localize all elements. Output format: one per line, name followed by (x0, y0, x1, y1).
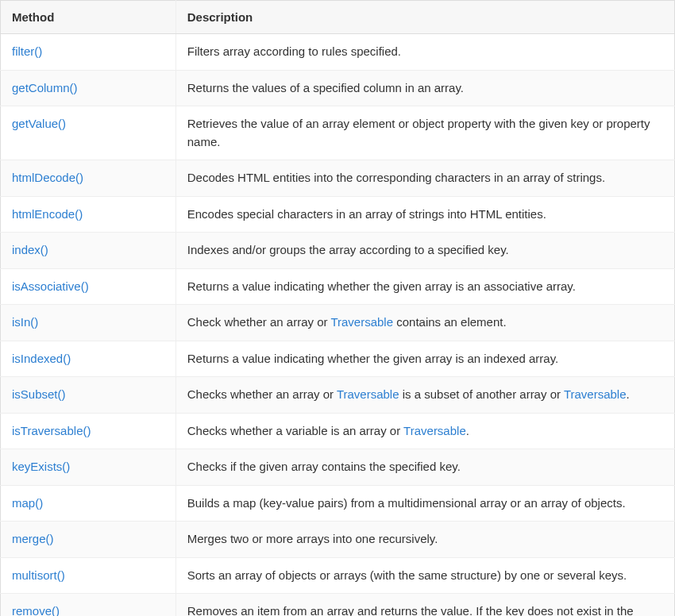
method-cell: isAssociative() (1, 268, 176, 305)
description-cell: Builds a map (key-value pairs) from a mu… (176, 485, 674, 522)
table-row: isIn()Check whether an array or Traversa… (1, 305, 675, 341)
description-text: Indexes and/or groups the array accordin… (187, 243, 509, 256)
method-link[interactable]: merge() (12, 532, 54, 545)
method-cell: getColumn() (1, 70, 176, 106)
method-link[interactable]: getValue() (12, 117, 66, 130)
description-cell: Removes an item from an array and return… (176, 594, 674, 617)
method-link[interactable]: index() (12, 243, 48, 256)
method-link[interactable]: isSubset() (12, 387, 66, 401)
method-link[interactable]: isIndexed() (12, 352, 71, 365)
description-cell: Decodes HTML entities into the correspon… (176, 160, 674, 197)
table-row: getColumn()Returns the values of a speci… (1, 70, 675, 106)
description-cell: Indexes and/or groups the array accordin… (176, 233, 674, 269)
method-cell: keyExists() (1, 449, 176, 486)
description-text: Returns the values of a specified column… (187, 81, 464, 94)
description-text: Encodes special characters in an array o… (187, 207, 546, 221)
method-cell: map() (1, 485, 176, 522)
description-cell: Returns a value indicating whether the g… (176, 341, 674, 377)
description-cell: Filters array according to rules specifi… (176, 34, 674, 71)
method-link[interactable]: filter() (12, 44, 42, 58)
description-text: Checks whether a variable is an array or (187, 424, 403, 437)
method-link[interactable]: htmlDecode() (12, 171, 83, 184)
method-link[interactable]: htmlEncode() (12, 207, 83, 221)
description-cell: Sorts an array of objects or arrays (wit… (176, 557, 674, 594)
description-text: Builds a map (key-value pairs) from a mu… (187, 496, 626, 510)
method-cell: isIn() (1, 305, 176, 341)
method-cell: htmlEncode() (1, 196, 176, 233)
description-text: Returns a value indicating whether the g… (187, 352, 558, 365)
description-text: Sorts an array of objects or arrays (wit… (187, 568, 627, 582)
method-cell: remove() (1, 594, 176, 617)
table-row: htmlEncode()Encodes special characters i… (1, 196, 675, 233)
method-link[interactable]: multisort() (12, 568, 65, 582)
traversable-link[interactable]: Traversable (403, 424, 466, 437)
table-row: isSubset()Checks whether an array or Tra… (1, 377, 675, 414)
description-text: Returns a value indicating whether the g… (187, 279, 576, 293)
method-link[interactable]: keyExists() (12, 460, 70, 473)
description-cell: Merges two or more arrays into one recur… (176, 522, 674, 558)
traversable-link[interactable]: Traversable (564, 387, 627, 401)
method-cell: getValue() (1, 106, 176, 160)
description-cell: Checks if the given array contains the s… (176, 449, 674, 486)
method-cell: index() (1, 233, 176, 269)
description-text: Checks whether an array or (187, 387, 337, 401)
table-row: getValue()Retrieves the value of an arra… (1, 106, 675, 160)
table-row: keyExists()Checks if the given array con… (1, 449, 675, 486)
table-row: htmlDecode()Decodes HTML entities into t… (1, 160, 675, 197)
table-body: filter()Filters array according to rules… (1, 34, 675, 617)
table-row: isIndexed()Returns a value indicating wh… (1, 341, 675, 377)
method-cell: isSubset() (1, 377, 176, 414)
method-cell: htmlDecode() (1, 160, 176, 197)
method-link[interactable]: isAssociative() (12, 279, 89, 293)
description-cell: Check whether an array or Traversable co… (176, 305, 674, 341)
description-text: Decodes HTML entities into the correspon… (187, 171, 605, 184)
method-cell: multisort() (1, 557, 176, 594)
method-cell: isTraversable() (1, 413, 176, 449)
table-row: merge()Merges two or more arrays into on… (1, 522, 675, 558)
description-text: . (627, 387, 630, 401)
header-description: Description (176, 1, 674, 34)
traversable-link[interactable]: Traversable (337, 387, 399, 401)
method-link[interactable]: isTraversable() (12, 424, 91, 437)
methods-table: Method Description filter()Filters array… (0, 0, 675, 616)
description-cell: Encodes special characters in an array o… (176, 196, 674, 233)
traversable-link[interactable]: Traversable (330, 315, 393, 329)
method-cell: merge() (1, 522, 176, 558)
method-cell: filter() (1, 34, 176, 71)
table-row: filter()Filters array according to rules… (1, 34, 675, 71)
table-row: index()Indexes and/or groups the array a… (1, 233, 675, 269)
description-text: Removes an item from an array and return… (187, 604, 634, 616)
description-cell: Checks whether a variable is an array or… (176, 413, 674, 449)
method-link[interactable]: isIn() (12, 315, 38, 329)
description-text: contains an element. (393, 315, 507, 329)
method-link[interactable]: getColumn() (12, 81, 78, 94)
table-row: remove()Removes an item from an array an… (1, 594, 675, 617)
description-text: Retrieves the value of an array element … (187, 117, 650, 148)
description-cell: Retrieves the value of an array element … (176, 106, 674, 160)
description-text: Checks if the given array contains the s… (187, 460, 461, 473)
description-text: Filters array according to rules specifi… (187, 44, 401, 58)
method-link[interactable]: remove() (12, 604, 60, 616)
description-text: Check whether an array or (187, 315, 331, 329)
header-method: Method (1, 1, 176, 34)
table-row: isAssociative()Returns a value indicatin… (1, 268, 675, 305)
table-row: map()Builds a map (key-value pairs) from… (1, 485, 675, 522)
description-text: Merges two or more arrays into one recur… (187, 532, 438, 545)
table-row: multisort()Sorts an array of objects or … (1, 557, 675, 594)
description-cell: Returns the values of a specified column… (176, 70, 674, 106)
description-cell: Returns a value indicating whether the g… (176, 268, 674, 305)
description-cell: Checks whether an array or Traversable i… (176, 377, 674, 414)
description-text: is a subset of another array or (399, 387, 564, 401)
table-header-row: Method Description (1, 1, 675, 34)
table-row: isTraversable()Checks whether a variable… (1, 413, 675, 449)
description-text: . (466, 424, 469, 437)
method-cell: isIndexed() (1, 341, 176, 377)
method-link[interactable]: map() (12, 496, 43, 510)
